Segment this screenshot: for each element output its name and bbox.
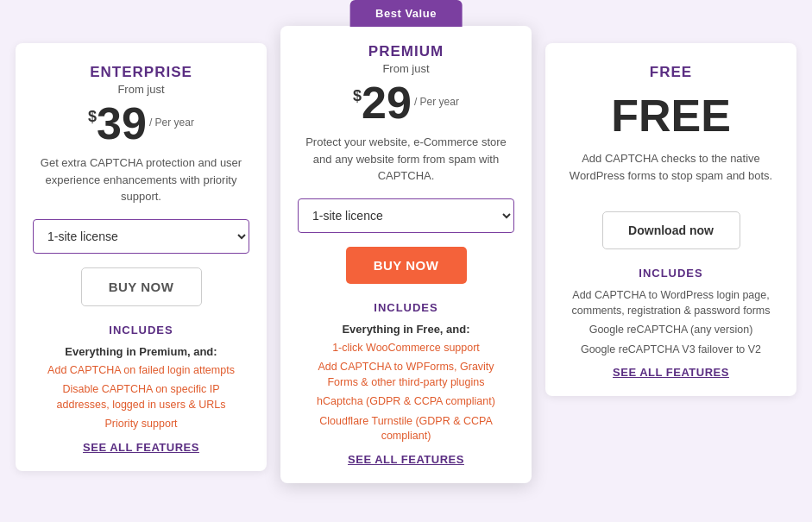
free-description: Add CAPTCHA checks to the native WordPre… <box>563 150 779 198</box>
enterprise-feature-heading: Everything in Premium, and: <box>36 345 246 358</box>
enterprise-buy-button[interactable]: BUY NOW <box>81 267 202 306</box>
premium-card: Best Value PREMIUM From just $ 29 / Per … <box>280 26 532 483</box>
enterprise-license-select[interactable]: 1-site license 2-site license 5-site lic… <box>33 219 249 254</box>
premium-currency: $ <box>353 87 362 105</box>
premium-features: INCLUDES Everything in Free, and: 1-clic… <box>298 301 514 444</box>
free-includes-label: INCLUDES <box>566 267 776 280</box>
premium-description: Protect your website, e-Commerce store a… <box>298 134 514 185</box>
free-feature-2: Google reCAPTCHA (any version) <box>566 323 776 338</box>
enterprise-includes-label: INCLUDES <box>36 324 246 336</box>
premium-includes-label: INCLUDES <box>301 301 511 314</box>
enterprise-price: 39 <box>97 101 147 146</box>
enterprise-feature-3: Priority support <box>36 417 246 432</box>
enterprise-price-container: $ 39 / Per year <box>33 101 249 146</box>
pricing-container: ENTERPRISE From just $ 39 / Per year Get… <box>9 26 803 483</box>
free-see-all[interactable]: SEE ALL FEATURES <box>563 366 779 379</box>
free-features: INCLUDES Add CAPTCHA to WordPress login … <box>563 267 779 357</box>
enterprise-see-all[interactable]: SEE ALL FEATURES <box>33 441 249 454</box>
premium-feature-1: 1-click WooCommerce support <box>301 341 511 356</box>
enterprise-description: Get extra CAPTCHA protection and user ex… <box>33 154 249 205</box>
best-value-badge: Best Value <box>349 0 463 27</box>
free-card: FREE FREE Add CAPTCHA checks to the nati… <box>545 43 796 396</box>
free-price: FREE <box>563 90 779 142</box>
free-plan-name: FREE <box>563 64 779 81</box>
premium-license-select[interactable]: 1-site licence 2-site licence 5-site lic… <box>298 198 514 233</box>
enterprise-per-year: / Per year <box>149 116 194 129</box>
premium-feature-heading: Everything in Free, and: <box>301 323 511 336</box>
free-feature-1: Add CAPTCHA to WordPress login page, com… <box>566 288 776 318</box>
enterprise-feature-1: Add CAPTCHA on failed login attempts <box>36 363 246 379</box>
enterprise-plan-name: ENTERPRISE <box>33 64 249 81</box>
enterprise-currency: $ <box>88 108 97 126</box>
premium-see-all[interactable]: SEE ALL FEATURES <box>298 453 514 466</box>
enterprise-features: INCLUDES Everything in Premium, and: Add… <box>33 324 249 432</box>
enterprise-feature-2: Disable CAPTCHA on specific IP addresses… <box>36 382 246 412</box>
premium-feature-3: hCaptcha (GDPR & CCPA compliant) <box>301 394 511 410</box>
premium-feature-2: Add CAPTCHA to WPForms, Gravity Forms & … <box>301 360 511 390</box>
free-feature-3: Google reCAPTCHA V3 failover to V2 <box>566 343 776 358</box>
enterprise-card: ENTERPRISE From just $ 39 / Per year Get… <box>16 43 267 471</box>
premium-plan-name: PREMIUM <box>298 43 514 60</box>
enterprise-from-just: From just <box>33 83 249 96</box>
premium-price-container: $ 29 / Per year <box>298 80 514 125</box>
premium-feature-4: Cloudflare Turnstile (GDPR & CCPA compli… <box>301 414 511 444</box>
premium-per-year: / Per year <box>414 96 459 108</box>
premium-from-just: From just <box>298 62 514 75</box>
free-download-button[interactable]: Download now <box>602 211 740 249</box>
premium-buy-button[interactable]: BUY NOW <box>346 247 467 284</box>
premium-price: 29 <box>362 80 412 125</box>
